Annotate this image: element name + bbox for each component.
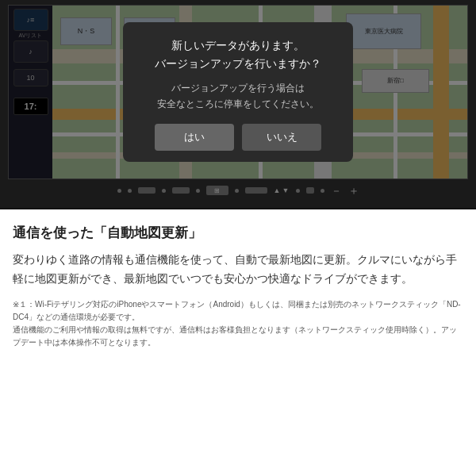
ctrl-bar-3[interactable] (245, 187, 267, 194)
ctrl-dot-4 (196, 189, 200, 193)
footnote-2: 通信機能のご利用や情報の取得は無料ですが、通信料はお客様負担となります（ネットワ… (13, 324, 463, 349)
ctrl-bar-4[interactable] (306, 187, 314, 194)
section-body: 変わりゆく道路の情報も通信機能を使って、自動で最新地図に更新。クルマにいながら手… (13, 251, 463, 290)
content-area: 通信を使った「自動地図更新」 変わりゆく道路の情報も通信機能を使って、自動で最新… (0, 209, 476, 359)
ctrl-dot-2 (128, 189, 132, 193)
update-dialog: 新しいデータがあります。 バージョンアップを行いますか？ バージョンアップを行う… (123, 22, 353, 162)
dialog-body-line2: 安全なところに停車をしてください。 (139, 96, 337, 112)
device-screen: Pioneer carrozzeria N・S ＫＤＤＩ (8, 5, 468, 179)
section-title: 通信を使った「自動地図更新」 (13, 224, 463, 243)
device-container: Pioneer carrozzeria N・S ＫＤＤＩ (0, 0, 476, 209)
ctrl-plus[interactable]: ＋ (348, 185, 359, 196)
dialog-body: バージョンアップを行う場合は 安全なところに停車をしてください。 (139, 80, 337, 113)
dialog-title-line1: 新しいデータがあります。 (139, 36, 337, 54)
ctrl-dot-6 (296, 189, 300, 193)
device-controls: ⊞ ▲ ▼ － ＋ (8, 179, 468, 202)
dialog-buttons: はい いいえ (139, 124, 337, 151)
dialog-title-line2: バージョンアップを行いますか？ (139, 55, 337, 72)
ctrl-dot-7 (321, 189, 324, 193)
dialog-overlay: 新しいデータがあります。 バージョンアップを行いますか？ バージョンアップを行う… (9, 6, 467, 178)
dialog-no-button[interactable]: いいえ (242, 124, 321, 151)
dialog-body-line1: バージョンアップを行う場合は (139, 80, 337, 96)
footnote-1: ※１：Wi-Fiテザリング対応のiPhoneやスマートフォン（Android）も… (13, 298, 463, 324)
dialog-title: 新しいデータがあります。 バージョンアップを行いますか？ (139, 36, 337, 72)
ctrl-arrows: ▲ ▼ (274, 186, 290, 194)
ctrl-bar-2[interactable] (172, 187, 190, 194)
ctrl-minus[interactable]: － (331, 185, 342, 196)
ctrl-dot-1 (117, 189, 121, 193)
ctrl-bar-1[interactable] (138, 187, 155, 194)
ctrl-dot-3 (162, 189, 166, 193)
dialog-yes-button[interactable]: はい (155, 124, 234, 151)
footnote: ※１：Wi-Fiテザリング対応のiPhoneやスマートフォン（Android）も… (13, 298, 463, 349)
ctrl-dot-5 (235, 189, 239, 193)
ctrl-btn-grid[interactable]: ⊞ (206, 186, 228, 195)
